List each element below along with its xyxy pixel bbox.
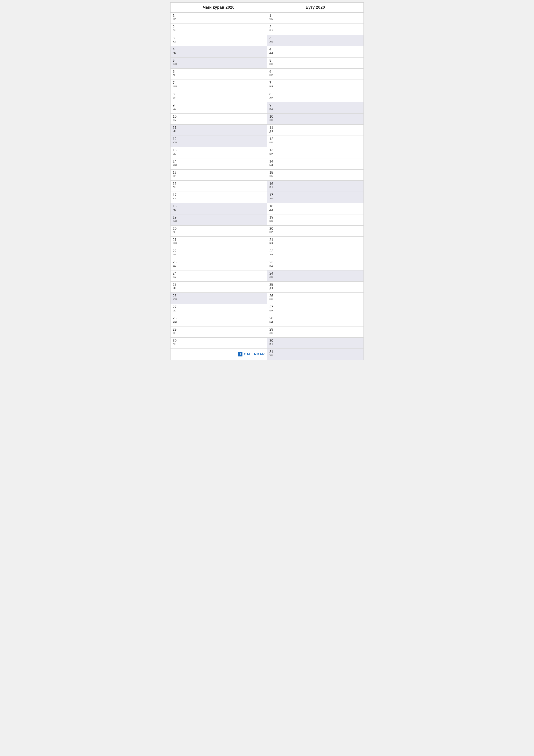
left-day-cell: 2БШ [170, 24, 267, 35]
day-number: 25 [269, 283, 361, 287]
day-label: ДШ [173, 231, 265, 233]
left-day-cell: 18ИШ [170, 203, 267, 214]
right-day-cell: 27ШР [267, 304, 364, 315]
day-label: ШШ [173, 242, 265, 245]
day-label: ШШ [173, 85, 265, 88]
left-day-cell: 26ЖШ [170, 293, 267, 304]
left-day-cell: 20ДШ [170, 226, 267, 237]
day-label: ДШ [173, 152, 265, 155]
right-day-cell: 23ИШ [267, 259, 364, 270]
day-number: 11 [173, 126, 265, 130]
day-label: ШР [269, 152, 361, 155]
day-number: 4 [269, 47, 361, 52]
day-label: ДШ [173, 310, 265, 312]
right-day-cell: 12ШШ [267, 136, 364, 147]
day-number: 14 [269, 159, 361, 164]
day-label: ЖМ [173, 40, 265, 43]
left-day-cell: 23БШ [170, 259, 267, 270]
day-number: 30 [173, 338, 265, 343]
right-day-cell: 31ЖШ [267, 349, 364, 360]
day-number: 16 [173, 182, 265, 186]
left-day-cell: 25ИШ [170, 282, 267, 293]
day-number: 21 [173, 238, 265, 242]
day-label: ШР [173, 254, 265, 256]
day-number: 14 [173, 159, 265, 164]
day-label: ЖМ [173, 198, 265, 200]
left-day-cell: 6ДШ [170, 68, 267, 80]
day-label: ЖШ [269, 354, 361, 357]
left-day-cell: 12ЖШ [170, 136, 267, 147]
left-day-cell: 14ШШ [170, 158, 267, 169]
day-number: 22 [269, 249, 361, 254]
day-label: ШШ [269, 220, 361, 222]
right-day-cell: 19ШШ [267, 214, 364, 226]
right-day-cell: 8ЖМ [267, 91, 364, 102]
day-number: 31 [269, 350, 361, 354]
day-number: 3 [269, 36, 361, 40]
day-label: БШ [173, 186, 265, 189]
day-label: ЖШ [269, 119, 361, 122]
day-label: ШР [269, 74, 361, 77]
day-label: ЖШ [269, 276, 361, 279]
day-number: 24 [173, 271, 265, 276]
left-day-cell: 30БШ [170, 338, 267, 349]
day-number: 13 [269, 148, 361, 152]
right-day-cell: 5ШШ [267, 57, 364, 68]
calendar-page: Чын куран 2020Бугу 20201ШР1ЖМ2БШ2ИШ3ЖМ3Ж… [170, 2, 364, 360]
right-day-cell: 30ИШ [267, 338, 364, 349]
day-number: 16 [269, 182, 361, 186]
day-label: ЖМ [269, 254, 361, 256]
day-label: БШ [173, 108, 265, 110]
left-day-cell: 17ЖМ [170, 192, 267, 203]
day-label: ЖШ [269, 198, 361, 200]
left-day-cell: 22ШР [170, 248, 267, 259]
right-day-cell: 29ЖМ [267, 326, 364, 338]
day-label: ШР [269, 310, 361, 312]
day-number: 9 [269, 103, 361, 108]
day-label: БШ [269, 321, 361, 323]
day-number: 17 [173, 193, 265, 198]
right-day-cell: 7БШ [267, 80, 364, 91]
day-number: 27 [269, 305, 361, 310]
day-number: 9 [173, 103, 265, 108]
day-label: БШ [173, 343, 265, 346]
day-number: 28 [269, 316, 361, 321]
left-month-header: Чын куран 2020 [170, 2, 267, 13]
left-day-cell: 10ЖМ [170, 113, 267, 124]
day-number: 23 [173, 260, 265, 265]
left-day-cell: 13ДШ [170, 147, 267, 158]
right-day-cell: 2ИШ [267, 24, 364, 35]
day-number: 2 [269, 25, 361, 29]
day-number: 6 [269, 69, 361, 74]
calendar-icon: 7 [238, 352, 242, 357]
day-label: БШ [269, 242, 361, 245]
day-number: 13 [173, 148, 265, 152]
right-day-cell: 21БШ [267, 237, 364, 248]
right-day-cell: 9ИШ [267, 102, 364, 113]
brand-text: CALENDAR [244, 352, 265, 356]
day-number: 29 [269, 327, 361, 332]
day-label: ЖШ [173, 298, 265, 301]
left-day-cell: 8ШР [170, 91, 267, 102]
day-number: 7 [269, 81, 361, 85]
day-label: БШ [173, 29, 265, 32]
day-number: 20 [269, 227, 361, 231]
calendar-grid: Чын куран 2020Бугу 20201ШР1ЖМ2БШ2ИШ3ЖМ3Ж… [170, 2, 364, 360]
day-number: 19 [173, 215, 265, 220]
day-number: 20 [173, 227, 265, 231]
day-number: 19 [269, 215, 361, 220]
day-number: 30 [269, 338, 361, 343]
left-day-cell: 7ШШ [170, 80, 267, 91]
day-number: 10 [269, 115, 361, 119]
day-number: 2 [173, 25, 265, 29]
day-label: ЖМ [269, 175, 361, 177]
day-number: 23 [269, 260, 361, 265]
day-number: 15 [269, 171, 361, 175]
right-day-cell: 20ШР [267, 226, 364, 237]
day-label: ИШ [173, 287, 265, 290]
calendar-brand: 7CALENDAR [238, 352, 265, 357]
right-day-cell: 1ЖМ [267, 13, 364, 24]
left-day-cell: 16БШ [170, 180, 267, 192]
day-number: 10 [173, 115, 265, 119]
day-number: 21 [269, 238, 361, 242]
